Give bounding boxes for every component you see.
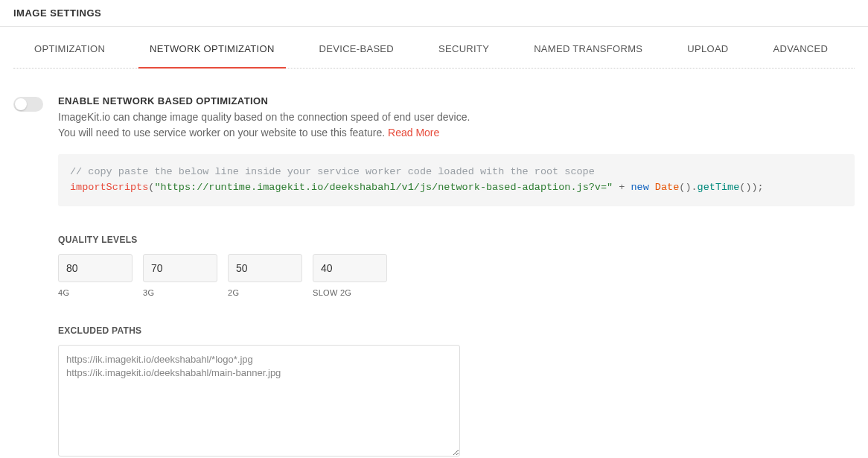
tabs-wrap: OPTIMIZATION NETWORK OPTIMIZATION DEVICE…: [0, 27, 868, 69]
tab-named-transforms[interactable]: NAMED TRANSFORMS: [534, 27, 642, 68]
page-header: IMAGE SETTINGS: [0, 0, 868, 27]
tabs: OPTIMIZATION NETWORK OPTIMIZATION DEVICE…: [13, 27, 855, 69]
desc-line2: You will need to use service worker on y…: [58, 127, 388, 139]
section-title: ENABLE NETWORK BASED OPTIMIZATION: [58, 95, 855, 106]
code-func: importScripts: [70, 182, 148, 193]
quality-col-slow2g: SLOW 2G: [313, 254, 387, 297]
page-title: IMAGE SETTINGS: [13, 7, 855, 19]
tab-device-based[interactable]: DEVICE-BASED: [319, 27, 394, 68]
quality-col-3g: 3G: [143, 254, 217, 297]
quality-grid: 4G 3G 2G SLOW 2G: [58, 254, 855, 297]
desc-line1: ImageKit.io can change image quality bas…: [58, 111, 470, 123]
code-comment: // copy paste the below line inside your…: [70, 166, 595, 177]
tab-upload[interactable]: UPLOAD: [687, 27, 728, 68]
code-new: new: [631, 182, 648, 193]
quality-input-slow2g[interactable]: [313, 254, 387, 282]
quality-caption-slow2g: SLOW 2G: [313, 288, 387, 297]
quality-caption-3g: 3G: [143, 288, 217, 297]
code-date: Date: [649, 182, 680, 193]
tab-advanced[interactable]: ADVANCED: [773, 27, 829, 68]
excluded-label: EXCLUDED PATHS: [58, 325, 855, 336]
read-more-link[interactable]: Read More: [388, 127, 439, 139]
quality-input-2g[interactable]: [228, 254, 302, 282]
code-call1: ().: [679, 182, 697, 193]
content: ENABLE NETWORK BASED OPTIMIZATION ImageK…: [0, 69, 868, 458]
section-desc: ImageKit.io can change image quality bas…: [58, 109, 855, 141]
tab-network-optimization[interactable]: NETWORK OPTIMIZATION: [150, 27, 275, 68]
section-main: ENABLE NETWORK BASED OPTIMIZATION ImageK…: [58, 95, 855, 458]
code-str: "https://runtime.imagekit.io/deekshabahl…: [154, 182, 613, 193]
tab-optimization[interactable]: OPTIMIZATION: [34, 27, 105, 68]
toggle-knob: [15, 98, 27, 110]
code-plus: +: [613, 182, 631, 193]
quality-caption-4g: 4G: [58, 288, 133, 297]
quality-col-4g: 4G: [58, 254, 133, 297]
quality-label: QUALITY LEVELS: [58, 235, 855, 245]
code-block: // copy paste the below line inside your…: [58, 154, 855, 206]
quality-input-3g[interactable]: [143, 254, 217, 282]
tab-security[interactable]: SECURITY: [438, 27, 489, 68]
quality-col-2g: 2G: [228, 254, 302, 297]
code-tail: ());: [739, 182, 763, 193]
enable-network-opt-toggle[interactable]: [13, 97, 43, 112]
quality-input-4g[interactable]: [58, 254, 133, 282]
excluded-paths-textarea[interactable]: [58, 345, 460, 457]
quality-caption-2g: 2G: [228, 288, 302, 297]
code-method: getTime: [698, 182, 740, 193]
